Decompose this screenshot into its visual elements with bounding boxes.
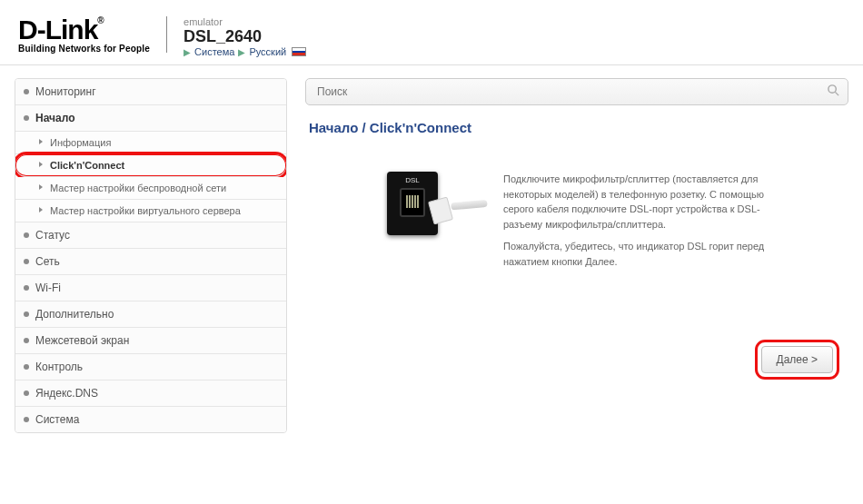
step-text: Подключите микрофильтр/сплиттер (поставл… [503,172,785,276]
sidebar-item-firewall[interactable]: Межсетевой экран [15,328,286,354]
logo-main: D-Link® [18,16,150,44]
step-row: DSL Подключите микрофильтр/сплиттер (пос… [305,163,848,331]
svg-line-1 [835,92,838,95]
breadcrumb: Начало / Click'n'Connect [305,120,848,135]
sidebar-item-vserver-wizard[interactable]: Мастер настройки виртуального сервера [15,200,286,222]
model-name: DSL_2640 [184,27,306,46]
sidebar-item-system[interactable]: Система [15,407,286,432]
logo: D-Link® Building Networks for People [18,16,150,54]
sidebar-item-advanced[interactable]: Дополнительно [15,301,286,328]
search-icon[interactable] [827,84,840,100]
instruction-paragraph-2: Пожалуйста, убедитесь, что индикатор DSL… [503,239,785,269]
search-input[interactable] [305,78,848,105]
next-button[interactable]: Далее > [761,346,834,373]
header-links: ▶ Система ▶ Русский [184,46,306,57]
flag-ru-icon [292,47,306,56]
sidebar-item-monitoring[interactable]: Мониторинг [15,79,286,105]
svg-point-0 [828,85,836,93]
instruction-paragraph-1: Подключите микрофильтр/сплиттер (поставл… [503,172,785,232]
logo-tagline: Building Networks for People [18,44,150,54]
dsl-device-image: DSL [387,172,478,235]
divider [166,16,167,53]
link-language[interactable]: Русский [249,46,286,57]
sidebar-item-start[interactable]: Начало [15,105,286,132]
link-system[interactable]: Система [194,46,234,57]
highlight-ring: Далее > [755,340,840,380]
sidebar: Мониторинг Начало Информация Click'n'Con… [15,78,287,433]
sidebar-item-network[interactable]: Сеть [15,249,286,275]
emulator-label: emulator [184,16,306,27]
sidebar-item-clicknconnect[interactable]: Click'n'Connect [15,154,286,177]
main: Начало / Click'n'Connect DSL Подключите … [305,78,848,433]
sidebar-menu: Мониторинг Начало Информация Click'n'Con… [15,78,287,433]
model-block: emulator DSL_2640 ▶ Система ▶ Русский [184,16,306,57]
chevron-right-icon: ▶ [184,47,191,57]
header: D-Link® Building Networks for People emu… [0,0,863,65]
sidebar-item-status[interactable]: Статус [15,222,286,249]
sidebar-item-wifi[interactable]: Wi-Fi [15,275,286,301]
chevron-right-icon: ▶ [238,47,245,57]
content: Мониторинг Начало Информация Click'n'Con… [0,65,863,460]
dsl-port-label: DSL [392,176,433,184]
rj-port-icon [400,188,425,217]
sidebar-item-information[interactable]: Информация [15,132,286,154]
search-bar [305,78,848,105]
sidebar-item-yandexdns[interactable]: Яндекс.DNS [15,380,286,407]
footer-buttons: Далее > [305,340,848,380]
sidebar-item-control[interactable]: Контроль [15,354,286,380]
sidebar-item-wireless-wizard[interactable]: Мастер настройки беспроводной сети [15,177,286,200]
